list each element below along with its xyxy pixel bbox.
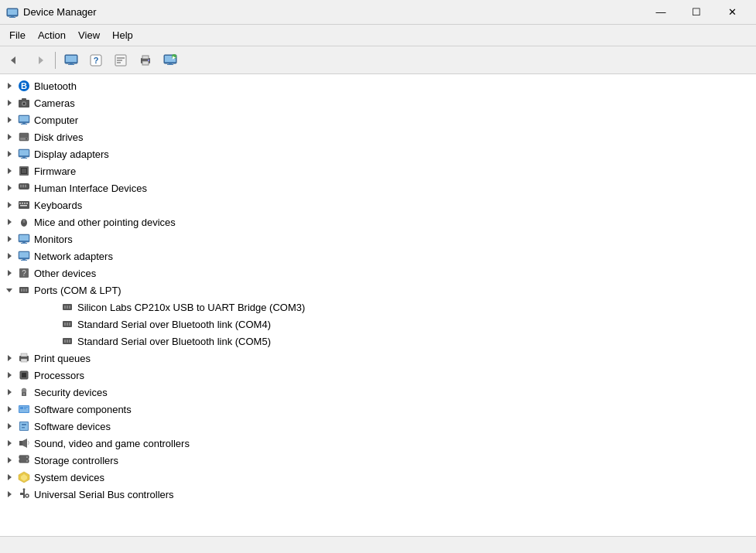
properties-btn[interactable] [109, 49, 132, 71]
label-bluetooth: Bluetooth [34, 80, 77, 92]
expand-btn-cameras[interactable] [3, 97, 15, 109]
menu-action[interactable]: Action [32, 27, 72, 43]
tree-item-keyboards[interactable]: Keyboards [0, 196, 756, 213]
toolbar-separator-1 [55, 52, 56, 69]
tree-item-ports-child-2[interactable]: Standard Serial over Bluetooth link (COM… [0, 316, 756, 333]
label-processors: Processors [34, 370, 84, 381]
forward-button[interactable] [28, 49, 51, 71]
svg-rect-143 [20, 493, 23, 495]
expand-btn-network-adapters[interactable] [3, 250, 15, 262]
tree-item-other-devices[interactable]: ?Other devices [0, 265, 756, 282]
label-keyboards: Keyboards [34, 200, 82, 211]
icon-hid [17, 181, 31, 195]
svg-marker-4 [11, 56, 15, 64]
tree-item-hid[interactable]: Human Interface Devices [0, 179, 756, 196]
svg-marker-128 [8, 440, 12, 446]
svg-rect-94 [64, 323, 66, 326]
tree-item-software-components[interactable]: Software components [0, 401, 756, 418]
svg-rect-22 [169, 63, 172, 64]
svg-point-116 [23, 394, 25, 395]
svg-rect-1 [8, 9, 17, 15]
expand-btn-computer[interactable] [3, 114, 15, 126]
label-other-devices: Other devices [34, 268, 96, 279]
expand-btn-monitors[interactable] [3, 233, 15, 245]
tree-item-firmware[interactable]: Firmware [0, 162, 756, 179]
icon-print-queues [17, 351, 31, 365]
icon-network-adapters [17, 249, 31, 263]
back-button[interactable] [3, 49, 26, 71]
expand-btn-software-components[interactable] [3, 403, 15, 415]
menu-help[interactable]: Help [106, 27, 139, 43]
tree-item-security-devices[interactable]: Security devices [0, 384, 756, 401]
expand-btn-system-devices[interactable] [3, 471, 15, 483]
tree-item-ports-child-3[interactable]: Standard Serial over Bluetooth link (COM… [0, 333, 756, 350]
close-button[interactable]: ✕ [714, 2, 750, 22]
svg-marker-39 [8, 134, 12, 140]
scan-btn[interactable]: ▶ [159, 49, 182, 71]
expand-btn-processors[interactable] [3, 369, 15, 381]
title-bar-left: Device Manager [6, 6, 97, 19]
svg-rect-18 [142, 61, 149, 65]
tree-item-monitors[interactable]: Monitors [0, 230, 756, 247]
icon-keyboards [17, 198, 31, 212]
tree-item-display-adapters[interactable]: Display adapters [0, 145, 756, 162]
svg-rect-17 [142, 56, 149, 59]
expand-btn-hid[interactable] [3, 182, 15, 194]
expand-btn-mice[interactable] [3, 216, 15, 228]
tree-item-computer[interactable]: Computer [0, 111, 756, 128]
window-title: Device Manager [23, 6, 97, 18]
svg-rect-58 [22, 186, 24, 187]
icon-other-devices: ? [17, 266, 31, 280]
device-manager-btn[interactable] [60, 49, 83, 71]
svg-rect-46 [22, 157, 26, 158]
menu-file[interactable]: File [3, 27, 32, 43]
expand-btn-other-devices[interactable] [3, 267, 15, 279]
label-sound: Sound, video and game controllers [34, 438, 190, 449]
expand-btn-disk-drives[interactable] [3, 131, 15, 143]
expand-btn-keyboards[interactable] [3, 199, 15, 211]
label-disk-drives: Disk drives [34, 131, 84, 143]
svg-rect-87 [23, 288, 25, 292]
maximize-button[interactable]: ☐ [679, 2, 714, 22]
print-btn[interactable] [134, 49, 157, 71]
tree-item-mice[interactable]: Mice and other pointing devices [0, 213, 756, 230]
expand-btn-display-adapters[interactable] [3, 148, 15, 160]
tree-item-software-devices[interactable]: Software devices [0, 418, 756, 435]
tree-item-network-adapters[interactable]: Network adapters [0, 247, 756, 265]
expand-btn-print-queues[interactable] [3, 352, 15, 364]
label-software-components: Software components [34, 404, 132, 415]
icon-computer [17, 113, 31, 127]
expand-btn-firmware[interactable] [3, 165, 15, 177]
svg-marker-81 [8, 270, 12, 276]
expand-btn-ports[interactable] [3, 284, 15, 296]
tree-item-bluetooth[interactable]: BBluetooth [0, 77, 756, 94]
expand-btn-usb[interactable] [3, 488, 15, 500]
expand-btn-bluetooth[interactable] [3, 80, 15, 92]
tree-item-disk-drives[interactable]: Disk drives [0, 128, 756, 145]
device-tree[interactable]: BBluetoothCamerasComputerDisk drivesDisp… [0, 74, 756, 536]
icon-software-devices [17, 419, 31, 433]
tree-item-processors[interactable]: Processors [0, 367, 756, 384]
tree-item-storage-controllers[interactable]: Storage controllers [0, 452, 756, 469]
menu-view[interactable]: View [72, 27, 106, 43]
minimize-button[interactable]: — [643, 2, 679, 22]
expand-btn-storage-controllers[interactable] [3, 454, 15, 466]
expand-btn-sound[interactable] [3, 437, 15, 449]
svg-marker-132 [8, 457, 12, 463]
tree-item-sound[interactable]: )Sound, video and game controllers [0, 435, 756, 452]
tree-item-usb[interactable]: Universal Serial Bus controllers [0, 486, 756, 503]
svg-marker-137 [8, 474, 12, 480]
tree-item-print-queues[interactable]: Print queues [0, 350, 756, 367]
expand-btn-security-devices[interactable] [3, 386, 15, 398]
tree-item-system-devices[interactable]: System devices [0, 469, 756, 486]
svg-marker-84 [6, 288, 12, 292]
svg-rect-79 [22, 259, 26, 260]
label-ports-child-3: Standard Serial over Bluetooth link (COM… [77, 336, 271, 347]
tree-item-cameras[interactable]: Cameras [0, 94, 756, 111]
expand-btn-software-devices[interactable] [3, 420, 15, 432]
tree-item-ports[interactable]: Ports (COM & LPT) [0, 282, 756, 299]
help-btn[interactable]: ? [84, 49, 108, 71]
tree-item-ports-child-1[interactable]: Silicon Labs CP210x USB to UART Bridge (… [0, 299, 756, 316]
svg-marker-105 [8, 372, 12, 378]
svg-rect-75 [21, 243, 27, 244]
